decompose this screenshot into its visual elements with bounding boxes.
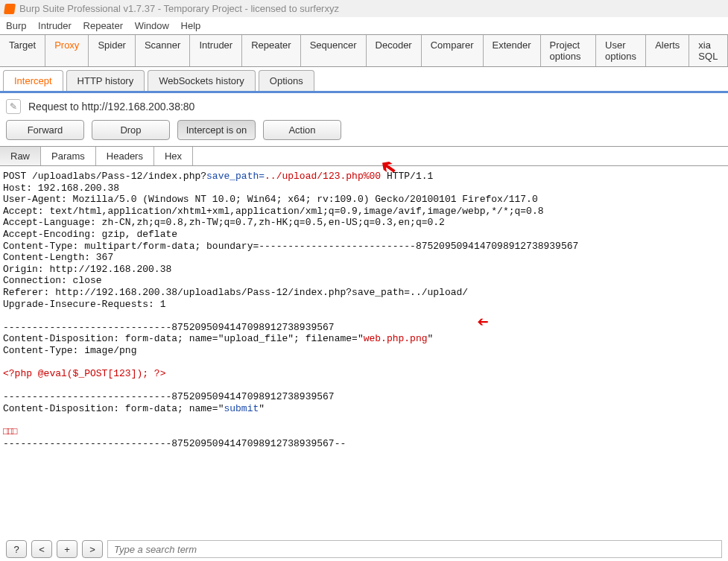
menu-help[interactable]: Help	[181, 20, 201, 31]
subtab-intercept[interactable]: Intercept	[3, 70, 63, 91]
tab-proxy[interactable]: Proxy	[45, 35, 89, 66]
request-target-line: ✎ Request to http://192.168.200.38:80	[0, 93, 728, 120]
search-bar: ? < + >	[0, 537, 728, 561]
titlebar: Burp Suite Professional v1.7.37 - Tempor…	[0, 0, 728, 17]
intercept-toggle-button[interactable]: Intercept is on	[177, 120, 256, 140]
intercept-buttons: Forward Drop Intercept is on Action	[0, 120, 728, 146]
menubar: Burp Intruder Repeater Window Help	[0, 17, 728, 34]
tab-intruder[interactable]: Intruder	[190, 35, 242, 66]
tab-scanner[interactable]: Scanner	[136, 35, 190, 66]
viewtab-hex[interactable]: Hex	[154, 147, 193, 165]
tab-project-options[interactable]: Project options	[541, 35, 597, 66]
action-button[interactable]: Action	[263, 120, 341, 140]
raw-request-view[interactable]: POST /uploadlabs/Pass-12/index.php?save_…	[0, 166, 728, 454]
tab-alerts[interactable]: Alerts	[646, 35, 689, 66]
subtab-options[interactable]: Options	[259, 70, 314, 91]
subtab-websockets-history[interactable]: WebSockets history	[148, 70, 256, 91]
tab-repeater[interactable]: Repeater	[242, 35, 300, 66]
menu-window[interactable]: Window	[135, 20, 169, 31]
tab-comparer[interactable]: Comparer	[422, 35, 484, 66]
viewtab-headers[interactable]: Headers	[96, 147, 154, 165]
viewtab-raw[interactable]: Raw	[0, 147, 41, 165]
drop-button[interactable]: Drop	[92, 120, 170, 140]
proxy-sub-tabs: Intercept HTTP history WebSockets histor…	[0, 67, 728, 93]
burp-logo-icon	[4, 4, 16, 14]
search-input[interactable]	[107, 540, 722, 558]
tab-target[interactable]: Target	[0, 35, 45, 66]
forward-button[interactable]: Forward	[6, 120, 84, 140]
next-match-button[interactable]: >	[82, 540, 103, 558]
menu-burp[interactable]: Burp	[6, 20, 26, 31]
window-title: Burp Suite Professional v1.7.37 - Tempor…	[19, 3, 339, 14]
annotation-arrow-2-icon: ➔	[477, 309, 489, 332]
prev-match-button[interactable]: <	[31, 540, 52, 558]
menu-intruder[interactable]: Intruder	[38, 20, 72, 31]
edit-target-icon[interactable]: ✎	[6, 99, 21, 114]
tab-user-options[interactable]: User options	[596, 35, 646, 66]
help-button[interactable]: ?	[6, 540, 27, 558]
menu-repeater[interactable]: Repeater	[83, 20, 123, 31]
main-tabs: Target Proxy Spider Scanner Intruder Rep…	[0, 34, 728, 67]
subtab-http-history[interactable]: HTTP history	[66, 70, 145, 91]
tab-decoder[interactable]: Decoder	[367, 35, 422, 66]
add-button[interactable]: +	[57, 540, 77, 558]
tab-xia-sql[interactable]: xia SQL	[689, 35, 728, 66]
tab-extender[interactable]: Extender	[484, 35, 541, 66]
tab-sequencer[interactable]: Sequencer	[301, 35, 367, 66]
tab-spider[interactable]: Spider	[89, 35, 136, 66]
message-view-tabs: Raw Params Headers Hex	[0, 146, 728, 166]
viewtab-params[interactable]: Params	[41, 147, 96, 165]
request-target-text: Request to http://192.168.200.38:80	[28, 101, 194, 112]
